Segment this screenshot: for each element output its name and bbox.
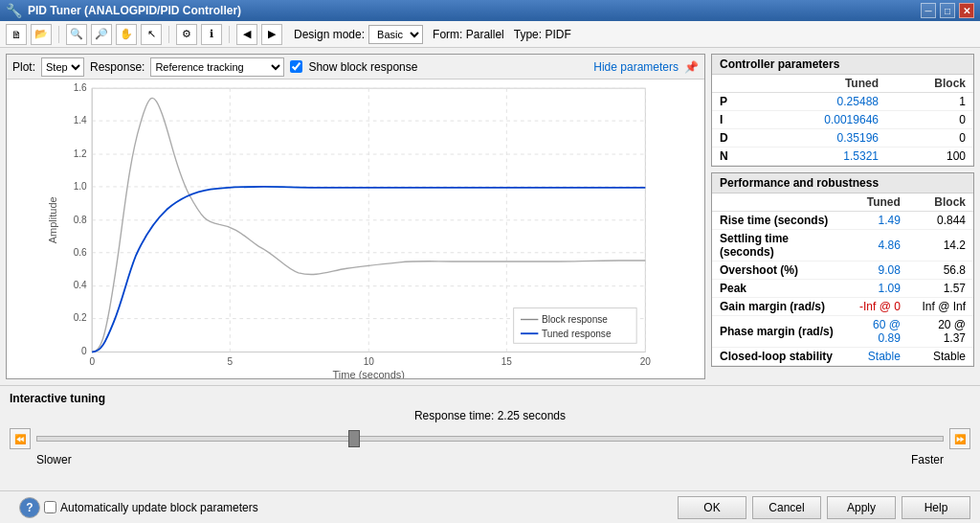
back-icon[interactable]: ◀ [236,24,257,45]
perf-phase-tuned: 60 @ 0.89 [843,316,908,348]
table-row: Overshoot (%) 9.08 56.8 [712,262,973,280]
chart-svg: 0 0.2 0.4 0.6 0.8 1.0 1.2 1.4 1.6 Amplit… [7,80,704,378]
perf-stability-block: Stable [908,348,973,366]
apply-button[interactable]: Apply [827,496,896,519]
cp-p-label: P [712,93,756,111]
cp-col-block: Block [886,75,973,93]
plot-toolbar: Plot: Step Response: Reference tracking … [7,55,704,80]
slider-labels: Slower Faster [10,453,970,466]
svg-text:15: 15 [501,356,513,367]
pin-icon[interactable]: 📌 [684,60,699,74]
cp-i-block: 0 [886,111,973,129]
slider-container: ⏪ ⏩ [10,428,970,449]
faster-arrow-button[interactable]: ⏩ [949,428,970,449]
type-label: Type: PIDF [514,28,571,41]
show-block-label: Show block response [308,60,417,74]
minimize-button[interactable]: ─ [921,3,936,18]
response-time-label: Response time: 2.25 seconds [10,409,970,422]
cp-p-block: 1 [886,93,973,111]
svg-text:0.8: 0.8 [74,215,87,225]
controller-params-title: Controller parameters [712,55,973,75]
perf-peak-block: 1.57 [908,280,973,298]
window-controls: ─ □ ✕ [921,3,974,18]
info-icon[interactable]: ℹ [201,24,222,45]
svg-text:1.0: 1.0 [74,181,87,192]
cp-d-label: D [712,129,756,148]
design-mode-select[interactable]: Basic [368,25,423,44]
plot-area: Plot: Step Response: Reference tracking … [6,54,705,379]
table-row: N 1.5321 100 [712,148,973,166]
close-button[interactable]: ✕ [959,3,974,18]
ok-button[interactable]: OK [678,496,746,519]
table-row: P 0.25488 1 [712,93,973,111]
cp-d-tuned: 0.35196 [756,129,886,148]
perf-settle-tuned: 4.86 [843,230,908,262]
cp-n-block: 100 [886,148,973,166]
cp-i-label: I [712,111,756,129]
forward-icon[interactable]: ▶ [261,24,282,45]
new-icon[interactable]: 🗎 [6,24,27,45]
form-label: Form: Parallel [433,28,504,41]
tb-separator-2 [168,26,169,43]
table-row: I 0.0019646 0 [712,111,973,129]
perf-settle-label: Settling time (seconds) [712,230,843,262]
svg-text:10: 10 [364,356,375,367]
performance-title: Performance and robustness [712,173,973,193]
open-icon[interactable]: 📂 [31,24,52,45]
perf-overshoot-block: 56.8 [908,262,973,280]
top-section: Plot: Step Response: Reference tracking … [0,48,980,385]
slider-track[interactable] [36,436,944,442]
cp-p-tuned: 0.25488 [756,93,886,111]
tb-separator-1 [58,26,59,43]
perf-gain-block: Inf @ Inf [908,298,973,316]
table-row: Rise time (seconds) 1.49 0.844 [712,212,973,230]
zoom-in-icon[interactable]: 🔍 [66,24,87,45]
perf-stability-tuned: Stable [843,348,908,366]
zoom-out-icon[interactable]: 🔎 [91,24,112,45]
table-row: Settling time (seconds) 4.86 14.2 [712,230,973,262]
svg-text:1.4: 1.4 [74,115,87,125]
svg-text:0.4: 0.4 [74,280,87,290]
svg-text:Block response: Block response [542,314,608,325]
cp-col-tuned: Tuned [756,75,886,93]
maximize-button[interactable]: □ [940,3,955,18]
help-button[interactable]: Help [902,496,970,519]
faster-label: Faster [911,453,944,466]
help-question-button[interactable]: ? [19,497,40,518]
response-label: Response: [90,60,145,74]
pan-icon[interactable]: ✋ [116,24,137,45]
cp-i-tuned: 0.0019646 [756,111,886,129]
main-content: Plot: Step Response: Reference tracking … [0,48,980,523]
perf-phase-block: 20 @ 1.37 [908,316,973,348]
toolbar: 🗎 📂 🔍 🔎 ✋ ↖ ⚙ ℹ ◀ ▶ Design mode: Basic F… [0,21,980,48]
response-type-select[interactable]: Reference tracking [150,57,284,77]
perf-rise-tuned: 1.49 [843,212,908,230]
controller-params-box: Controller parameters Tuned Block P 0.25… [711,54,974,167]
settings-icon[interactable]: ⚙ [176,24,197,45]
right-panel: Controller parameters Tuned Block P 0.25… [711,54,974,379]
perf-overshoot-label: Overshoot (%) [712,262,843,280]
slower-label: Slower [36,453,72,466]
cancel-button[interactable]: Cancel [752,496,821,519]
perf-rise-block: 0.844 [908,212,973,230]
interactive-tuning-section: Interactive tuning Response time: 2.25 s… [0,385,980,490]
tb-separator-3 [229,26,230,43]
svg-text:Amplitude: Amplitude [48,196,59,243]
perf-settle-block: 14.2 [908,230,973,262]
controller-params-table: Tuned Block P 0.25488 1 I 0.0019646 [712,75,973,166]
svg-text:0.2: 0.2 [74,312,87,323]
plot-type-select[interactable]: Step [41,57,84,77]
cp-n-tuned: 1.5321 [756,148,886,166]
cp-d-block: 0 [886,129,973,148]
auto-update-checkbox[interactable] [44,501,56,513]
cursor-icon[interactable]: ↖ [141,24,162,45]
table-row: Peak 1.09 1.57 [712,280,973,298]
window-title: PID Tuner (ANALOGPID/PID Controller) [28,4,241,17]
show-block-checkbox[interactable] [290,60,302,73]
bottom-bar: ? Automatically update block parameters … [0,490,980,523]
slider-thumb[interactable] [348,430,360,447]
svg-text:0: 0 [89,356,95,367]
interactive-tuning-title: Interactive tuning [10,392,970,405]
title-bar: 🔧 PID Tuner (ANALOGPID/PID Controller) ─… [0,0,980,21]
slower-arrow-button[interactable]: ⏪ [10,428,31,449]
